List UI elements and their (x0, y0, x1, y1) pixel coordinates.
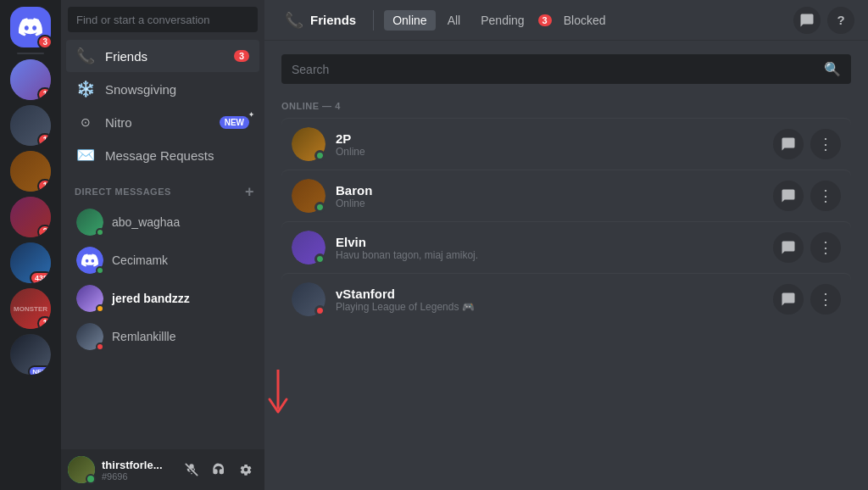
help-button[interactable]: ? (827, 7, 854, 34)
friends-nav-icon: 📞 (76, 47, 95, 65)
user-panel: thirstforle... #9696 (61, 449, 264, 490)
nav-item-nitro[interactable]: ⊙ Nitro NEW (66, 106, 259, 138)
friend-actions-baron: ⋮ (773, 181, 841, 211)
nitro-nav-label: Nitro (105, 115, 132, 130)
friends-nav-title: Friends (310, 13, 356, 27)
friend-status-elvin (314, 253, 326, 264)
pending-badge: 3 (538, 14, 552, 26)
main-panel: Find or start a conversation 📞 Friends 3… (61, 0, 264, 490)
snowsgiving-nav-label: Snowsgiving (105, 82, 176, 97)
dm-status-abo_waghaa (96, 228, 104, 237)
friends-search-input[interactable] (292, 63, 824, 76)
more-friend-baron[interactable]: ⋮ (810, 181, 841, 211)
server-icon-1[interactable]: 1 (10, 59, 51, 100)
friend-avatar-2p (292, 127, 326, 161)
server-1-badge: 1 (37, 87, 51, 100)
top-nav-right: ? (793, 7, 854, 34)
snowsgiving-nav-icon: ❄️ (76, 80, 95, 98)
new-dm-button[interactable]: + (245, 184, 254, 199)
server-icon-7[interactable]: NEW (10, 334, 51, 375)
dm-name-remlan: Remlankillle (112, 330, 175, 343)
nitro-nav-icon: ⊙ (76, 113, 95, 131)
friend-item-elvin[interactable]: Elvin Havu bonan tagon, miaj amikoj. ⋮ (281, 221, 851, 273)
search-bar-container: Find or start a conversation (61, 0, 264, 39)
tab-blocked[interactable]: Blocked (555, 10, 615, 31)
username: thirstforle... (102, 459, 173, 471)
server-4-badge: 2 (37, 225, 51, 237)
friend-item-vstanford[interactable]: vStanford Playing League of Legends 🎮 ⋮ (281, 273, 851, 325)
message-friend-baron[interactable] (773, 181, 804, 211)
nitro-new-badge: NEW (220, 116, 249, 129)
friend-actions-elvin: ⋮ (773, 232, 841, 263)
user-tag: #9696 (102, 471, 173, 482)
nav-items: 📞 Friends 3 ❄️ Snowsgiving ⊙ Nitro NEW ✉… (61, 39, 264, 172)
find-conversation-input[interactable]: Find or start a conversation (68, 7, 258, 32)
friend-info-elvin: Elvin Havu bonan tagon, miaj amikoj. (336, 235, 773, 261)
online-section-header: ONLINE — 4 (281, 101, 851, 111)
dm-item-jered[interactable]: jered bandzzz (66, 280, 259, 317)
deafen-button[interactable] (207, 458, 231, 482)
tab-pending[interactable]: Pending (472, 10, 532, 31)
dm-item-abo_waghaa[interactable]: abo_waghaa (66, 203, 259, 241)
nav-item-snowsgiving[interactable]: ❄️ Snowsgiving (66, 73, 259, 105)
friend-item-2p[interactable]: 2P Online ⋮ (281, 118, 851, 170)
discord-badge: 3 (37, 35, 53, 49)
dm-name-jered: jered bandzzz (112, 292, 190, 305)
friend-name-2p: 2P (336, 131, 773, 146)
dm-section-header: DIRECT MESSAGES + (61, 172, 264, 203)
tab-pending-container: Pending 3 (472, 10, 552, 31)
server-icon-2[interactable]: 1 (10, 105, 51, 146)
tab-online[interactable]: Online (384, 10, 435, 31)
dm-avatar-abo_waghaa (76, 209, 103, 236)
server-icon-5[interactable]: 438 (10, 242, 51, 283)
friend-avatar-vstanford (292, 282, 326, 316)
more-friend-2p[interactable]: ⋮ (810, 129, 841, 159)
dm-item-remlan[interactable]: Remlankillle (66, 318, 259, 355)
content-area: 📞 Friends Online All Pending 3 Blocked ?… (264, 0, 868, 490)
friend-info-baron: Baron Online (336, 183, 773, 209)
server-icon-6[interactable]: MONSTER 1 (10, 288, 51, 329)
friend-status-text-2p: Online (336, 146, 773, 158)
dm-section-label: DIRECT MESSAGES (75, 187, 171, 197)
server-icon-discord[interactable]: 3 (10, 7, 51, 47)
dm-avatar-remlan (76, 323, 103, 350)
friend-item-baron[interactable]: Baron Online ⋮ (281, 170, 851, 221)
server-2-badge: 1 (37, 133, 51, 146)
friends-nav-button[interactable]: 📞 Friends (278, 8, 363, 33)
server-5-badge: 438 (30, 271, 51, 283)
message-friend-elvin[interactable] (773, 232, 804, 263)
settings-button[interactable] (234, 458, 258, 482)
friends-nav-label: Friends (105, 49, 147, 64)
friend-status-2p (314, 150, 326, 161)
server-icon-4[interactable]: 2 (10, 197, 51, 237)
more-friend-vstanford[interactable]: ⋮ (810, 284, 841, 315)
dm-item-cecimamk[interactable]: Cecimamk (66, 242, 259, 279)
dm-status-jered (96, 304, 104, 313)
friend-name-vstanford: vStanford (336, 287, 773, 301)
message-friend-vstanford[interactable] (773, 284, 804, 315)
friends-nav-badge: 3 (234, 50, 249, 62)
friend-name-baron: Baron (336, 183, 773, 198)
tab-all[interactable]: All (439, 10, 470, 31)
dm-avatar-jered (76, 285, 103, 312)
friends-search[interactable]: 🔍 (281, 54, 851, 84)
friend-info-2p: 2P Online (336, 131, 773, 158)
dm-avatar-cecimamk (76, 247, 103, 274)
inbox-button[interactable] (793, 7, 821, 34)
server-divider (17, 53, 44, 54)
more-friend-elvin[interactable]: ⋮ (810, 232, 841, 263)
friend-info-vstanford: vStanford Playing League of Legends 🎮 (336, 287, 773, 313)
friend-avatar-baron (292, 179, 326, 213)
friend-status-baron (314, 202, 326, 213)
friends-nav-icon: 📞 (285, 11, 303, 30)
friend-status-text-baron: Online (336, 198, 773, 209)
nav-item-messages[interactable]: ✉️ Message Requests (66, 139, 259, 171)
dm-status-cecimamk (96, 266, 104, 275)
search-icon: 🔍 (824, 61, 841, 77)
message-friend-2p[interactable] (773, 129, 804, 159)
nav-item-friends[interactable]: 📞 Friends 3 (66, 40, 259, 72)
mute-button[interactable] (180, 458, 203, 482)
server-icon-3[interactable]: 1 (10, 151, 51, 192)
top-nav: 📞 Friends Online All Pending 3 Blocked ? (264, 0, 868, 41)
user-info: thirstforle... #9696 (102, 459, 173, 482)
